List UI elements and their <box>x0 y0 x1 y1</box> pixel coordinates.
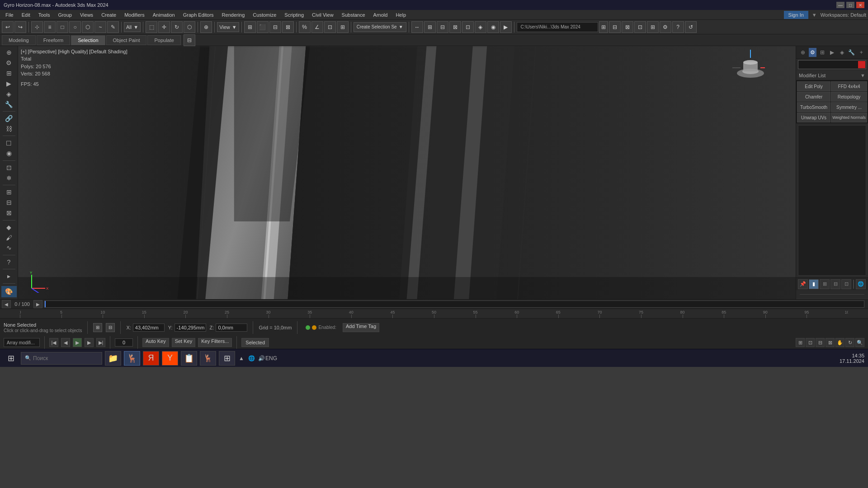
sidebar-freeze-icon[interactable]: ❄ <box>2 173 16 183</box>
taskbar-yandex-button[interactable]: Я <box>143 351 159 366</box>
zoom-extents-all-button[interactable]: ⊟ <box>816 338 825 347</box>
rect-select-button[interactable]: □ <box>57 21 68 33</box>
zoom-extents-button[interactable]: ⊡ <box>806 338 815 347</box>
taskbar-app5-button[interactable]: 📋 <box>181 351 197 366</box>
add-time-tag-button[interactable]: Add Time Tag <box>343 323 379 332</box>
key-filters-button[interactable]: Key Filters... <box>198 338 232 347</box>
undo-button[interactable]: ↩ <box>2 21 14 33</box>
menu-rendering[interactable]: Rendering <box>218 10 249 19</box>
sidebar-scene-explorer-icon[interactable]: ⊟ <box>2 198 16 207</box>
viewport[interactable]: [+] [Perspective] [High Quality] [Defaul… <box>18 46 796 299</box>
panel-extra-btn[interactable]: + <box>857 48 865 57</box>
auto-key-button[interactable]: Auto Key <box>142 338 169 347</box>
tab-freeform[interactable]: Freeform <box>37 35 71 45</box>
move-button[interactable]: ✛ <box>158 21 170 33</box>
settings-button[interactable]: ⚙ <box>660 21 671 33</box>
set-key-button[interactable]: Set Key <box>172 338 196 347</box>
material-editor-button[interactable]: ◈ <box>475 21 486 33</box>
next-frame-button[interactable]: ▶ <box>85 338 94 347</box>
taskbar-search-input[interactable] <box>33 355 98 361</box>
quick-access1-button[interactable]: ⊟ <box>609 21 621 33</box>
tray-up-arrow-icon[interactable]: ▲ <box>238 355 245 362</box>
menu-tools[interactable]: Tools <box>35 10 54 19</box>
panel-create-btn[interactable]: ⊕ <box>799 48 807 57</box>
align-button[interactable]: ⊞ <box>244 21 256 33</box>
sidebar-hair-icon[interactable]: ∿ <box>2 243 16 253</box>
grid3-button[interactable]: ⊠ <box>449 21 461 33</box>
maximize-viewport-button[interactable]: ⊞ <box>796 338 805 347</box>
sidebar-expand-icon[interactable]: ▸ <box>2 272 16 281</box>
stack-world-btn[interactable]: 🌐 <box>856 279 866 289</box>
sidebar-container-icon[interactable]: ⊠ <box>2 208 16 218</box>
quick-access2-button[interactable]: ⊠ <box>622 21 633 33</box>
coord-z-value[interactable]: 0,0mm <box>216 324 247 332</box>
mirror-button[interactable]: ⬛ <box>257 21 269 33</box>
sidebar-display-icon[interactable]: ◈ <box>2 89 16 99</box>
stack-btn-5[interactable]: ⊡ <box>841 279 851 289</box>
spacing-button[interactable]: ⊠ <box>282 21 294 33</box>
grid-button[interactable]: ⊞ <box>424 21 436 33</box>
modifier-retopology[interactable]: Retopology <box>831 92 867 102</box>
sidebar-hierarchy-icon[interactable]: ⊞ <box>2 69 16 78</box>
pivot-button[interactable]: ⊕ <box>200 21 212 33</box>
stack-btn-3[interactable]: ⊞ <box>820 279 830 289</box>
sidebar-motion-icon[interactable]: ▶ <box>2 79 16 89</box>
sidebar-help-icon[interactable]: ? <box>2 258 16 267</box>
quick-access3-button[interactable]: ⊡ <box>634 21 646 33</box>
array-button[interactable]: ⊟ <box>269 21 281 33</box>
modifier-chamfer[interactable]: Chamfer <box>797 92 830 102</box>
menu-edit[interactable]: Edit <box>18 10 34 19</box>
tab-object-paint[interactable]: Object Paint <box>106 35 147 45</box>
sidebar-unlink-icon[interactable]: ⛓ <box>2 124 16 134</box>
sidebar-modify-icon[interactable]: ⚙ <box>2 58 16 68</box>
status-icon-2[interactable]: ⊟ <box>106 323 115 332</box>
snap-percent-button[interactable]: ⊡ <box>324 21 336 33</box>
pan-button[interactable]: ✋ <box>835 338 844 347</box>
field-of-view-button[interactable]: ⊠ <box>826 338 835 347</box>
mirror-tool-button[interactable]: ↔ <box>411 21 423 33</box>
panel-hierarchy-btn[interactable]: ⊞ <box>818 48 826 57</box>
menu-animation[interactable]: Animation <box>149 10 179 19</box>
taskbar-task-view-button[interactable]: ⊞ <box>219 351 235 366</box>
zoom-button[interactable]: 🔍 <box>855 338 864 347</box>
view-mode-dropdown[interactable]: View ▼ <box>217 22 239 32</box>
menu-civil-view[interactable]: Civil View <box>308 10 337 19</box>
sidebar-material-icon[interactable]: ◆ <box>2 222 16 232</box>
prev-frame-button[interactable]: ◀ <box>61 338 70 347</box>
close-button[interactable]: ✕ <box>856 2 864 8</box>
sidebar-create-icon[interactable]: ⊕ <box>2 48 16 57</box>
panel-utilities-btn[interactable]: 🔧 <box>848 48 856 57</box>
sidebar-link-icon[interactable]: 🔗 <box>2 114 16 123</box>
sidebar-paint-icon[interactable]: 🖌 <box>2 233 16 242</box>
coord-x-value[interactable]: 43,402mm <box>133 324 165 332</box>
modifier-search-input[interactable] <box>798 60 866 69</box>
status-icon-1[interactable]: ⊞ <box>93 323 102 332</box>
taskbar-yandex2-button[interactable]: Y <box>162 351 178 366</box>
tab-populate[interactable]: Populate <box>147 35 180 45</box>
menu-group[interactable]: Group <box>54 10 75 19</box>
quick-access4-button[interactable]: ⊞ <box>647 21 659 33</box>
modifier-symmetry[interactable]: Symmetry ... <box>831 102 867 112</box>
help-button-toolbar[interactable]: ? <box>672 21 684 33</box>
arc-rotate-button[interactable]: ↻ <box>845 338 854 347</box>
modifier-weighted-normals[interactable]: Weighted Normals <box>831 113 867 122</box>
menu-help[interactable]: Help <box>392 10 410 19</box>
grid2-button[interactable]: ⊟ <box>437 21 448 33</box>
sidebar-utilities-icon[interactable]: 🔧 <box>2 99 16 109</box>
menu-scripting[interactable]: Scripting <box>281 10 307 19</box>
coord-y-value[interactable]: -140,295mm <box>175 324 206 332</box>
snap-toggle-button[interactable]: % <box>299 21 311 33</box>
modifier-unwrap-uvw[interactable]: Unwrap UVs <box>797 113 830 122</box>
stack-pin-btn[interactable]: 📌 <box>798 279 808 289</box>
modifier-ffd[interactable]: FFD 4x4x4 <box>831 81 867 91</box>
rotate-button[interactable]: ↻ <box>171 21 183 33</box>
layer-dropdown[interactable]: All ▼ <box>124 22 141 32</box>
taskbar-deer-button[interactable]: 🦌 <box>200 351 216 366</box>
tab-modeling[interactable]: Modeling <box>2 35 36 45</box>
select-by-name-button[interactable]: ≡ <box>44 21 56 33</box>
play-button[interactable]: ▶ <box>73 338 82 347</box>
dropdown-arrow-icon[interactable]: ▼ <box>812 12 817 18</box>
schematic-view-button[interactable]: ⊡ <box>462 21 474 33</box>
modifier-edit-poly[interactable]: Edit Poly <box>797 81 830 91</box>
tray-lang-icon[interactable]: ENG <box>268 355 275 362</box>
